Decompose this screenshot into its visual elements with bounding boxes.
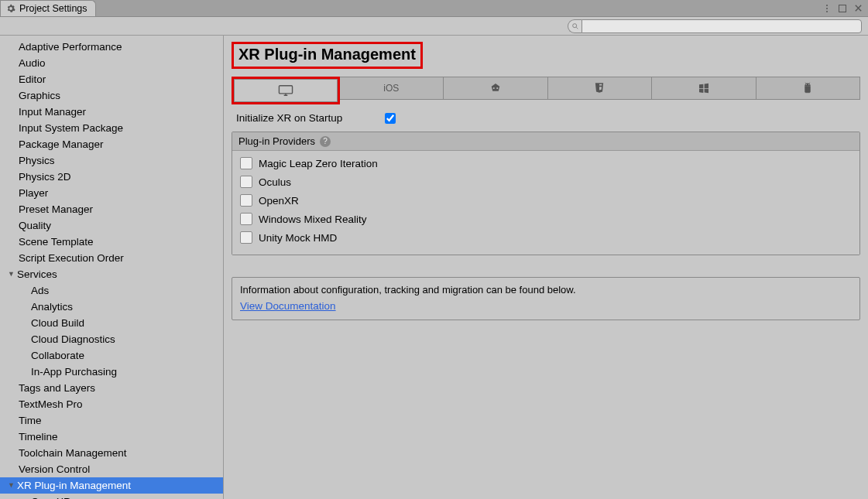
sidebar-item-player[interactable]: Player [0, 185, 223, 201]
search-field[interactable] [568, 19, 862, 33]
platform-tab-windows[interactable] [652, 77, 756, 100]
sidebar-item-label: Input Manager [19, 104, 86, 119]
provider-checkbox[interactable] [240, 176, 252, 188]
provider-checkbox[interactable] [240, 213, 252, 225]
sidebar-item-tags-and-layers[interactable]: Tags and Layers [0, 380, 223, 396]
maximize-icon[interactable] [837, 3, 848, 14]
windows-icon [698, 82, 710, 94]
svg-point-1 [826, 8, 828, 9]
providers-box: Plug-in Providers ? Magic Leap Zero Iter… [232, 132, 860, 255]
sidebar-item-time[interactable]: Time [0, 412, 223, 429]
sidebar-item-collaborate[interactable]: Collaborate [0, 347, 223, 364]
sidebar-item-in-app-purchasing[interactable]: In-App Purchasing [0, 364, 223, 380]
sidebar-item-toolchain-management[interactable]: Toolchain Management [0, 445, 223, 461]
gamepad-icon [489, 83, 503, 94]
sidebar-item-label: Cloud Diagnostics [31, 332, 115, 347]
sidebar-item-label: Audio [19, 56, 46, 70]
settings-sidebar: Adaptive PerformanceAudioEditorGraphicsI… [0, 36, 224, 499]
svg-rect-5 [279, 86, 292, 94]
sidebar-item-cloud-build[interactable]: Cloud Build [0, 315, 223, 331]
sidebar-item-cloud-diagnostics[interactable]: Cloud Diagnostics [0, 331, 223, 347]
window-tab-label: Project Settings [19, 3, 87, 14]
html5-icon [594, 82, 605, 94]
sidebar-item-package-manager[interactable]: Package Manager [0, 136, 223, 152]
sidebar-item-physics[interactable]: Physics [0, 152, 223, 169]
sidebar-item-label: Physics 2D [19, 169, 71, 184]
provider-checkbox[interactable] [240, 231, 252, 244]
search-icon [568, 19, 582, 33]
platform-tab-webgl[interactable] [444, 77, 548, 100]
svg-point-4 [572, 23, 576, 27]
window-controls [822, 0, 868, 16]
provider-checkbox[interactable] [240, 157, 252, 169]
sidebar-item-editor[interactable]: Editor [0, 71, 223, 87]
search-input[interactable] [582, 19, 862, 33]
sidebar-item-label: In-App Purchasing [31, 364, 117, 379]
sidebar-item-label: Script Execution Order [19, 251, 124, 265]
provider-row-windows-mixed-reality: Windows Mixed Reality [237, 210, 855, 228]
init-xr-checkbox[interactable] [385, 113, 396, 124]
providers-header-label: Plug-in Providers [238, 135, 315, 147]
provider-row-oculus: Oculus [237, 173, 855, 191]
help-icon[interactable]: ? [320, 136, 331, 147]
provider-row-unity-mock-hmd: Unity Mock HMD [237, 228, 855, 247]
sidebar-item-label: XR Plug-in Management [17, 478, 131, 493]
android-icon [802, 82, 813, 94]
init-xr-row: Initialize XR on Startup [232, 111, 860, 132]
platform-tab-android[interactable] [756, 77, 861, 100]
sidebar-item-physics-2d[interactable]: Physics 2D [0, 169, 223, 185]
sidebar-item-timeline[interactable]: Timeline [0, 429, 223, 445]
sidebar-item-label: Player [19, 186, 48, 200]
sidebar-item-scene-template[interactable]: Scene Template [0, 234, 223, 250]
kebab-icon[interactable] [822, 3, 832, 14]
sidebar-item-analytics[interactable]: Analytics [0, 299, 223, 315]
sidebar-item-label: Package Manager [19, 137, 104, 152]
provider-label: OpenXR [259, 195, 299, 207]
view-documentation-link[interactable]: View Documentation [240, 300, 336, 312]
sidebar-item-label: Physics [19, 153, 55, 168]
sidebar-item-graphics[interactable]: Graphics [0, 87, 223, 104]
sidebar-item-textmesh-pro[interactable]: TextMesh Pro [0, 396, 223, 412]
window-tab-project-settings[interactable]: Project Settings [0, 0, 96, 16]
sidebar-item-audio[interactable]: Audio [0, 55, 223, 71]
provider-label: Magic Leap Zero Iteration [259, 158, 378, 169]
sidebar-item-label: Services [17, 267, 57, 282]
sidebar-item-label: Ads [31, 283, 49, 298]
sidebar-item-input-system-package[interactable]: Input System Package [0, 120, 223, 136]
sidebar-item-label: OpenXR [31, 494, 71, 499]
gear-icon [5, 3, 16, 14]
sidebar-item-label: Quality [19, 218, 51, 233]
sidebar-item-version-control[interactable]: Version Control [0, 461, 223, 477]
sidebar-item-input-manager[interactable]: Input Manager [0, 104, 223, 120]
provider-row-openxr: OpenXR [237, 191, 855, 210]
init-xr-label: Initialize XR on Startup [236, 112, 376, 124]
title-highlight: XR Plug-in Management [232, 42, 423, 69]
sidebar-item-label: Graphics [19, 88, 60, 103]
platform-tab-html5[interactable] [548, 77, 653, 100]
platform-tab-standalone[interactable] [234, 79, 338, 102]
sidebar-item-preset-manager[interactable]: Preset Manager [0, 201, 223, 217]
providers-header: Plug-in Providers ? [232, 132, 859, 151]
info-box: Information about configuration, trackin… [232, 277, 860, 320]
sidebar-item-label: Tags and Layers [19, 381, 95, 395]
platform-tab-ios[interactable]: iOS [340, 77, 444, 100]
sidebar-item-adaptive-performance[interactable]: Adaptive Performance [0, 39, 223, 55]
sidebar-item-label: Timeline [19, 429, 58, 444]
sidebar-item-openxr[interactable]: OpenXR [0, 494, 223, 499]
info-text: Information about configuration, trackin… [240, 284, 852, 296]
svg-point-2 [826, 11, 828, 12]
platform-tab-label: iOS [383, 83, 399, 94]
platform-tabs: iOS [232, 77, 860, 104]
sidebar-item-services[interactable]: ▼Services [0, 266, 223, 282]
sidebar-item-script-execution-order[interactable]: Script Execution Order [0, 250, 223, 266]
sidebar-item-quality[interactable]: Quality [0, 217, 223, 234]
sidebar-item-label: Toolchain Management [19, 446, 127, 460]
window-tab-bar: Project Settings [0, 0, 868, 17]
sidebar-item-label: Preset Manager [19, 202, 93, 217]
provider-checkbox[interactable] [240, 194, 252, 207]
sidebar-item-xr-plug-in-management[interactable]: ▼XR Plug-in Management [0, 477, 223, 494]
sidebar-item-label: Analytics [31, 299, 73, 314]
svg-point-7 [496, 87, 498, 89]
sidebar-item-ads[interactable]: Ads [0, 282, 223, 299]
close-icon[interactable] [853, 3, 863, 14]
